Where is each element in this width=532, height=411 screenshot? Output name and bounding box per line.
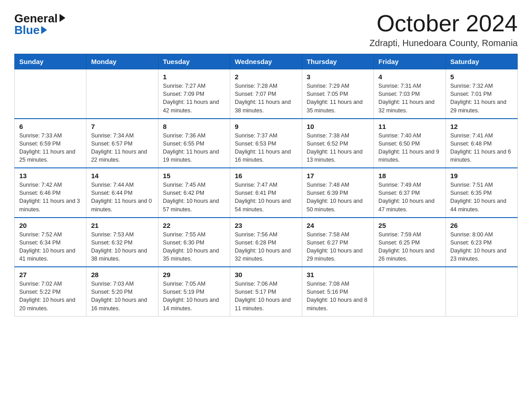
calendar-cell: 18Sunrise: 7:49 AMSunset: 6:37 PMDayligh…	[374, 168, 446, 218]
day-detail: Sunrise: 7:28 AMSunset: 7:07 PMDaylight:…	[235, 82, 297, 115]
day-detail: Sunrise: 7:34 AMSunset: 6:57 PMDaylight:…	[91, 132, 153, 164]
day-detail: Sunrise: 7:55 AMSunset: 6:30 PMDaylight:…	[163, 231, 225, 263]
calendar-cell	[15, 69, 86, 119]
logo-general-text: General	[14, 13, 58, 24]
day-number: 24	[307, 222, 369, 229]
calendar-week-row: 13Sunrise: 7:42 AMSunset: 6:46 PMDayligh…	[15, 168, 518, 218]
day-number: 21	[91, 222, 153, 229]
logo-blue-label: Blue	[14, 24, 39, 36]
day-number: 20	[19, 222, 82, 229]
day-number: 3	[307, 73, 369, 81]
day-number: 29	[163, 271, 225, 278]
calendar-table: SundayMondayTuesdayWednesdayThursdayFrid…	[14, 54, 518, 317]
day-number: 8	[163, 123, 225, 130]
weekday-header-wednesday: Wednesday	[230, 54, 302, 69]
day-number: 5	[450, 73, 513, 81]
calendar-cell: 5Sunrise: 7:32 AMSunset: 7:01 PMDaylight…	[446, 69, 517, 119]
calendar-cell: 11Sunrise: 7:40 AMSunset: 6:50 PMDayligh…	[374, 119, 446, 168]
logo-arrow-black	[60, 14, 65, 22]
day-detail: Sunrise: 7:08 AMSunset: 5:16 PMDaylight:…	[307, 280, 369, 313]
calendar-cell: 6Sunrise: 7:33 AMSunset: 6:59 PMDaylight…	[15, 119, 86, 168]
weekday-header-thursday: Thursday	[302, 54, 373, 69]
day-detail: Sunrise: 7:40 AMSunset: 6:50 PMDaylight:…	[378, 132, 441, 164]
calendar-cell: 20Sunrise: 7:52 AMSunset: 6:34 PMDayligh…	[15, 218, 86, 267]
day-detail: Sunrise: 7:58 AMSunset: 6:27 PMDaylight:…	[307, 231, 369, 263]
day-number: 28	[91, 271, 153, 278]
calendar-header-row: SundayMondayTuesdayWednesdayThursdayFrid…	[15, 54, 518, 69]
weekday-header-saturday: Saturday	[446, 54, 517, 69]
calendar-cell	[86, 69, 158, 119]
day-detail: Sunrise: 7:27 AMSunset: 7:09 PMDaylight:…	[163, 82, 225, 115]
title-block: October 2024 Zdrapti, Hunedoara County, …	[369, 11, 518, 48]
calendar-week-row: 27Sunrise: 7:02 AMSunset: 5:22 PMDayligh…	[15, 267, 518, 316]
day-number: 16	[235, 172, 297, 180]
day-detail: Sunrise: 7:06 AMSunset: 5:17 PMDaylight:…	[235, 280, 297, 313]
day-detail: Sunrise: 7:36 AMSunset: 6:55 PMDaylight:…	[163, 132, 225, 164]
day-number: 1	[163, 73, 225, 81]
weekday-header-sunday: Sunday	[15, 54, 86, 69]
calendar-cell: 16Sunrise: 7:47 AMSunset: 6:41 PMDayligh…	[230, 168, 302, 218]
month-title: October 2024	[369, 11, 518, 36]
calendar-cell: 24Sunrise: 7:58 AMSunset: 6:27 PMDayligh…	[302, 218, 373, 267]
day-detail: Sunrise: 7:56 AMSunset: 6:28 PMDaylight:…	[235, 231, 297, 263]
day-detail: Sunrise: 7:42 AMSunset: 6:46 PMDaylight:…	[19, 181, 82, 214]
calendar-cell: 31Sunrise: 7:08 AMSunset: 5:16 PMDayligh…	[302, 267, 373, 316]
day-detail: Sunrise: 7:53 AMSunset: 6:32 PMDaylight:…	[91, 231, 153, 263]
calendar-cell: 17Sunrise: 7:48 AMSunset: 6:39 PMDayligh…	[302, 168, 373, 218]
day-detail: Sunrise: 7:47 AMSunset: 6:41 PMDaylight:…	[235, 181, 297, 214]
location: Zdrapti, Hunedoara County, Romania	[369, 38, 518, 48]
day-detail: Sunrise: 7:03 AMSunset: 5:20 PMDaylight:…	[91, 280, 153, 313]
day-number: 12	[450, 123, 513, 130]
day-number: 11	[378, 123, 441, 130]
day-number: 26	[450, 222, 513, 229]
calendar-cell: 29Sunrise: 7:05 AMSunset: 5:19 PMDayligh…	[158, 267, 230, 316]
calendar-cell: 30Sunrise: 7:06 AMSunset: 5:17 PMDayligh…	[230, 267, 302, 316]
day-number: 27	[19, 271, 82, 278]
day-number: 9	[235, 123, 297, 130]
calendar-cell: 4Sunrise: 7:31 AMSunset: 7:03 PMDaylight…	[374, 69, 446, 119]
day-detail: Sunrise: 7:59 AMSunset: 6:25 PMDaylight:…	[378, 231, 441, 263]
day-detail: Sunrise: 7:05 AMSunset: 5:19 PMDaylight:…	[163, 280, 225, 313]
calendar-week-row: 1Sunrise: 7:27 AMSunset: 7:09 PMDaylight…	[15, 69, 518, 119]
day-number: 31	[307, 271, 369, 278]
day-number: 14	[91, 172, 153, 180]
day-number: 2	[235, 73, 297, 81]
day-detail: Sunrise: 7:44 AMSunset: 6:44 PMDaylight:…	[91, 181, 153, 214]
calendar-cell: 10Sunrise: 7:38 AMSunset: 6:52 PMDayligh…	[302, 119, 373, 168]
day-number: 22	[163, 222, 225, 229]
weekday-header-tuesday: Tuesday	[158, 54, 230, 69]
calendar-cell: 21Sunrise: 7:53 AMSunset: 6:32 PMDayligh…	[86, 218, 158, 267]
calendar-cell: 2Sunrise: 7:28 AMSunset: 7:07 PMDaylight…	[230, 69, 302, 119]
calendar-cell: 3Sunrise: 7:29 AMSunset: 7:05 PMDaylight…	[302, 69, 373, 119]
calendar-cell: 26Sunrise: 8:00 AMSunset: 6:23 PMDayligh…	[446, 218, 517, 267]
calendar-cell: 27Sunrise: 7:02 AMSunset: 5:22 PMDayligh…	[15, 267, 86, 316]
day-detail: Sunrise: 7:38 AMSunset: 6:52 PMDaylight:…	[307, 132, 369, 164]
day-detail: Sunrise: 7:37 AMSunset: 6:53 PMDaylight:…	[235, 132, 297, 164]
day-number: 18	[378, 172, 441, 180]
calendar-cell	[446, 267, 517, 316]
calendar-cell	[374, 267, 446, 316]
weekday-header-monday: Monday	[86, 54, 158, 69]
calendar-cell: 22Sunrise: 7:55 AMSunset: 6:30 PMDayligh…	[158, 218, 230, 267]
day-number: 15	[163, 172, 225, 180]
day-number: 13	[19, 172, 82, 180]
calendar-cell: 1Sunrise: 7:27 AMSunset: 7:09 PMDaylight…	[158, 69, 230, 119]
day-detail: Sunrise: 7:49 AMSunset: 6:37 PMDaylight:…	[378, 181, 441, 214]
page-header: General Blue October 2024 Zdrapti, Huned…	[14, 11, 518, 48]
day-number: 10	[307, 123, 369, 130]
calendar-cell: 19Sunrise: 7:51 AMSunset: 6:35 PMDayligh…	[446, 168, 517, 218]
calendar-cell: 28Sunrise: 7:03 AMSunset: 5:20 PMDayligh…	[86, 267, 158, 316]
day-number: 4	[378, 73, 441, 81]
day-number: 23	[235, 222, 297, 229]
calendar-cell: 12Sunrise: 7:41 AMSunset: 6:48 PMDayligh…	[446, 119, 517, 168]
logo-blue-text: Blue	[14, 24, 47, 36]
day-detail: Sunrise: 7:02 AMSunset: 5:22 PMDaylight:…	[19, 280, 82, 313]
calendar-cell: 15Sunrise: 7:45 AMSunset: 6:42 PMDayligh…	[158, 168, 230, 218]
day-detail: Sunrise: 8:00 AMSunset: 6:23 PMDaylight:…	[450, 231, 513, 263]
calendar-cell: 9Sunrise: 7:37 AMSunset: 6:53 PMDaylight…	[230, 119, 302, 168]
day-number: 7	[91, 123, 153, 130]
calendar-cell: 8Sunrise: 7:36 AMSunset: 6:55 PMDaylight…	[158, 119, 230, 168]
day-detail: Sunrise: 7:32 AMSunset: 7:01 PMDaylight:…	[450, 82, 513, 115]
logo-arrow-blue	[41, 26, 47, 34]
day-detail: Sunrise: 7:31 AMSunset: 7:03 PMDaylight:…	[378, 82, 441, 115]
